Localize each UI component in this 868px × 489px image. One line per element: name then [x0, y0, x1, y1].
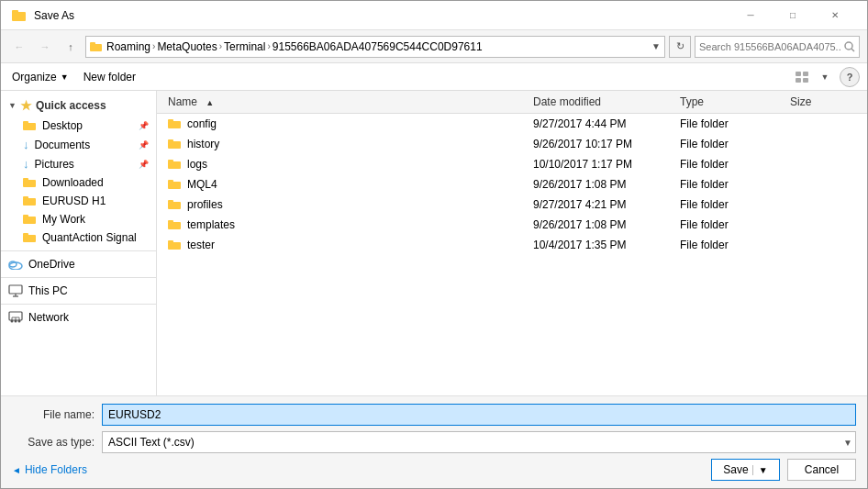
quick-access-label: Quick access: [36, 99, 106, 112]
crumb-id[interactable]: 915566BA06ADA407569C544CC0D97611: [273, 40, 483, 53]
file-name: MQL4: [187, 178, 217, 191]
svg-rect-44: [168, 220, 173, 223]
file-rows: config 9/27/2017 4:44 PM File folder his…: [157, 114, 867, 255]
sidebar-quantaction-label: QuantAction Signal: [42, 231, 137, 244]
table-row[interactable]: profiles 9/27/2017 4:21 PM File folder: [157, 194, 867, 215]
svg-rect-39: [168, 182, 181, 189]
file-date: 10/4/2017 1:35 PM: [533, 239, 626, 251]
maximize-button[interactable]: □: [772, 6, 814, 26]
file-size-cell: [786, 135, 860, 153]
table-row[interactable]: logs 10/10/2017 1:17 PM File folder: [157, 154, 867, 174]
svg-rect-46: [168, 240, 173, 243]
back-button[interactable]: ←: [8, 36, 30, 58]
svg-rect-7: [803, 72, 808, 76]
close-button[interactable]: ✕: [814, 6, 856, 26]
table-row[interactable]: tester 10/4/2017 1:35 PM File folder: [157, 235, 867, 255]
sidebar-item-eurusd[interactable]: EURUSD H1: [1, 192, 156, 210]
svg-rect-13: [23, 178, 28, 181]
svg-rect-1: [12, 10, 18, 14]
cancel-button[interactable]: Cancel: [787, 459, 856, 481]
file-name-cell: templates: [164, 216, 529, 234]
file-name-cell: config: [164, 115, 529, 133]
help-button[interactable]: ?: [840, 67, 860, 87]
downloaded-folder-icon: [23, 177, 37, 188]
search-icon: [844, 41, 855, 52]
network-icon: [8, 311, 23, 324]
search-input[interactable]: [699, 41, 840, 52]
file-name-cell: tester: [164, 236, 529, 254]
view-controls: ▼: [788, 66, 832, 88]
sidebar-item-downloaded[interactable]: Downloaded: [1, 173, 156, 192]
sidebar-item-network[interactable]: Network: [1, 308, 156, 327]
file-size-cell: [786, 175, 860, 194]
svg-rect-38: [168, 160, 173, 162]
svg-rect-40: [168, 180, 173, 183]
filename-input[interactable]: [102, 404, 856, 426]
new-folder-label: New folder: [83, 71, 136, 83]
sidebar-item-documents[interactable]: ↓ Documents 📌: [1, 135, 156, 154]
address-dropdown-icon[interactable]: ▼: [651, 41, 661, 51]
svg-line-5: [851, 49, 854, 51]
sidebar-item-onedrive[interactable]: OneDrive: [1, 255, 156, 273]
hide-folders-button[interactable]: ◄ Hide Folders: [12, 463, 704, 476]
file-date: 9/26/2017 1:08 PM: [533, 218, 626, 231]
onedrive-icon: [8, 259, 23, 270]
file-date: 9/26/2017 10:17 PM: [533, 138, 632, 150]
table-row[interactable]: config 9/27/2017 4:44 PM File folder: [157, 114, 867, 134]
sidebar-downloaded-label: Downloaded: [42, 176, 104, 189]
table-row[interactable]: history 9/26/2017 10:17 PM File folder: [157, 134, 867, 154]
sidebar-item-desktop[interactable]: Desktop 📌: [1, 117, 156, 135]
col-name[interactable]: Name ▲: [164, 93, 529, 111]
quick-access-icon: ★: [20, 98, 32, 113]
sidebar-item-thispc[interactable]: This PC: [1, 282, 156, 300]
file-name-cell: history: [164, 135, 529, 153]
file-size-cell: [786, 155, 860, 173]
address-bar[interactable]: Roaming › MetaQuotes › Terminal › 915566…: [85, 36, 665, 58]
search-box[interactable]: [695, 36, 860, 58]
view-button[interactable]: [788, 66, 816, 88]
save-as-dialog: Save As ─ □ ✕ ← → ↑ Roaming › MetaQuotes…: [0, 0, 868, 489]
sidebar-divider-2: [1, 277, 156, 278]
file-type-cell: File folder: [676, 236, 786, 254]
file-name: logs: [187, 158, 207, 171]
crumb-roaming[interactable]: Roaming: [106, 40, 150, 53]
sidebar-item-quantaction[interactable]: QuantAction Signal: [1, 228, 156, 247]
pin-icon-pictures: 📌: [139, 160, 149, 169]
file-date: 10/10/2017 1:17 PM: [533, 158, 632, 171]
table-row[interactable]: templates 9/26/2017 1:08 PM File folder: [157, 215, 867, 235]
file-size-cell: [786, 216, 860, 234]
save-button[interactable]: Save ▼: [711, 459, 780, 481]
dialog-title: Save As: [34, 9, 74, 22]
file-type-cell: File folder: [676, 175, 786, 194]
savetype-select[interactable]: ASCII Text (*.csv) CSV (*.csv) Text (*.t…: [102, 431, 856, 453]
sidebar-item-pictures[interactable]: ↓ Pictures 📌: [1, 154, 156, 173]
organize-button[interactable]: Organize ▼: [8, 69, 72, 85]
file-name-cell: profiles: [164, 195, 529, 214]
row-folder-icon: [168, 159, 182, 170]
forward-button[interactable]: →: [34, 36, 56, 58]
action-bar: Organize ▼ New folder ▼ ?: [1, 63, 867, 91]
col-size[interactable]: Size: [786, 93, 860, 111]
view-dropdown-button[interactable]: ▼: [818, 66, 832, 88]
sidebar-onedrive-label: OneDrive: [28, 258, 75, 271]
new-folder-button[interactable]: New folder: [80, 69, 139, 85]
quick-access-header[interactable]: ▼ ★ Quick access: [1, 94, 156, 117]
crumb-metaquotes[interactable]: MetaQuotes: [157, 40, 217, 53]
refresh-button[interactable]: ↻: [669, 36, 691, 58]
crumb-terminal[interactable]: Terminal: [224, 40, 265, 53]
sidebar-item-mywork[interactable]: My Work: [1, 210, 156, 228]
up-button[interactable]: ↑: [60, 36, 82, 58]
table-row[interactable]: MQL4 9/26/2017 1:08 PM File folder: [157, 174, 867, 194]
sort-arrow-icon: ▲: [202, 95, 217, 110]
col-type[interactable]: Type: [676, 93, 786, 111]
file-date: 9/26/2017 1:08 PM: [533, 178, 626, 191]
file-list-header: Name ▲ Date modified Type Size: [157, 91, 867, 114]
svg-rect-35: [168, 141, 181, 149]
pin-icon-desktop: 📌: [139, 121, 149, 130]
svg-rect-8: [796, 78, 801, 83]
col-date[interactable]: Date modified: [529, 93, 676, 111]
minimize-button[interactable]: ─: [729, 6, 772, 26]
file-date-cell: 10/4/2017 1:35 PM: [529, 236, 676, 254]
file-date-cell: 9/26/2017 1:08 PM: [529, 175, 676, 194]
file-date-cell: 10/10/2017 1:17 PM: [529, 155, 676, 173]
